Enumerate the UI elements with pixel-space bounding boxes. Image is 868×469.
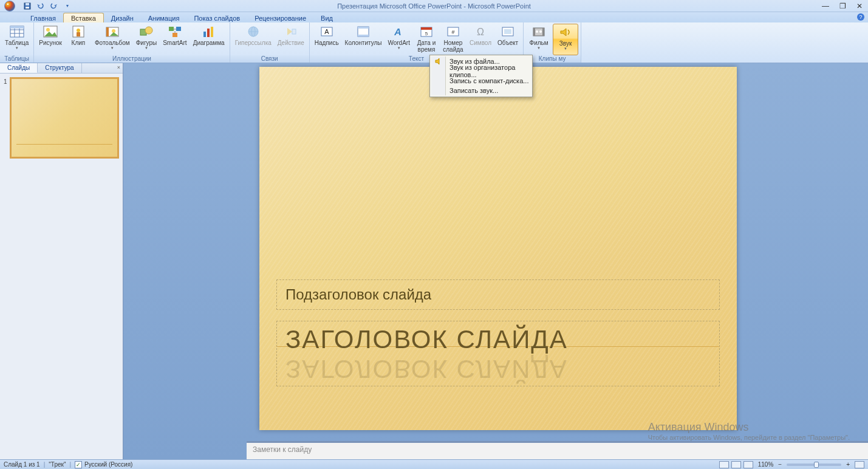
svg-point-18 [145, 27, 152, 34]
button-label: Надпись [315, 39, 339, 46]
zoom-in-button[interactable]: + [846, 461, 850, 468]
symbol-button: ΩСимвол [467, 24, 494, 55]
movie-button[interactable]: Фильм▼ [526, 24, 552, 55]
shapes-button[interactable]: Фигуры▼ [134, 24, 159, 55]
button-label: WordArt [388, 39, 410, 46]
sorter-view-button[interactable] [731, 461, 741, 468]
help-icon[interactable]: ? [857, 13, 864, 21]
tab-animation[interactable]: Анимация [141, 13, 187, 22]
slidenumber-icon: # [445, 25, 461, 38]
group-label: Связи [230, 55, 309, 63]
sound-icon [558, 26, 573, 39]
symbol-icon: Ω [473, 25, 488, 38]
close-button[interactable]: ✕ [851, 0, 868, 12]
subtitle-text: Подзаголовок слайда [285, 286, 431, 303]
object-button[interactable]: Объект [495, 24, 521, 55]
svg-text:5: 5 [425, 31, 428, 36]
svg-rect-45 [542, 28, 544, 36]
qat-dropdown-icon[interactable]: ▼ [63, 2, 72, 10]
picture-icon [43, 25, 58, 38]
button-label: Клип [72, 39, 86, 46]
minimize-button[interactable]: — [817, 0, 834, 12]
tab-slides[interactable]: Слайды [0, 63, 38, 73]
slides-panel: Слайды Структура × 1 [0, 63, 123, 459]
subtitle-placeholder[interactable]: Подзаголовок слайда [276, 279, 720, 310]
fit-to-window-button[interactable] [855, 461, 864, 468]
svg-point-10 [46, 28, 50, 32]
panel-close-icon[interactable]: × [117, 64, 120, 70]
thumbnail-item[interactable]: 1 [4, 77, 119, 159]
normal-view-button[interactable] [719, 461, 729, 468]
button-label: Диаграмма [193, 39, 225, 46]
notes-pane[interactable]: Заметки к слайду [247, 441, 868, 459]
status-language[interactable]: Русский (Россия) [84, 461, 132, 468]
redo-icon[interactable] [50, 2, 58, 10]
headerfooter-button[interactable]: Колонтитулы [343, 24, 384, 55]
spellcheck-icon[interactable]: ✓ [75, 461, 82, 468]
undo-icon[interactable] [36, 2, 45, 10]
group-tables: Таблица ▼ Таблицы [0, 22, 34, 63]
menu-item-record-sound[interactable]: Записать звук... [431, 86, 531, 95]
zoom-value[interactable]: 110% [758, 461, 774, 468]
smartart-button[interactable]: SmartArt [160, 24, 189, 55]
svg-rect-32 [358, 27, 369, 29]
hyperlink-icon [245, 25, 261, 38]
tab-home[interactable]: Главная [23, 13, 63, 22]
office-button[interactable] [1, 0, 18, 12]
title-reflection: ЗАГОЛОВОК СЛАЙДА [285, 354, 568, 383]
zoom-out-button[interactable]: − [778, 461, 782, 468]
action-icon [283, 25, 299, 38]
group-label: Таблицы [0, 55, 33, 63]
separator: | [69, 461, 71, 468]
maximize-button[interactable]: ❐ [834, 0, 851, 12]
tab-slideshow[interactable]: Показ слайдов [186, 13, 247, 22]
tab-view[interactable]: Вид [313, 13, 340, 22]
separator: | [44, 461, 46, 468]
menu-item-sound-from-organizer[interactable]: Звук из организатора клипов... [431, 66, 531, 76]
tab-review[interactable]: Рецензирование [247, 13, 313, 22]
datetime-button[interactable]: 5Дата и время [414, 24, 439, 55]
dropdown-arrow-icon: ▼ [111, 46, 114, 50]
table-button[interactable]: Таблица ▼ [2, 24, 31, 55]
svg-rect-1 [26, 7, 29, 9]
slide-editor[interactable]: Подзаголовок слайда ЗАГОЛОВОК СЛАЙДА ЗАГ… [123, 63, 868, 459]
svg-rect-36 [421, 27, 432, 30]
button-label: Фильм [530, 39, 548, 46]
tab-outline[interactable]: Структура [38, 63, 81, 73]
title-placeholder[interactable]: ЗАГОЛОВОК СЛАЙДА ЗАГОЛОВОК СЛАЙДА [276, 321, 720, 386]
slidenumber-button[interactable]: #Номер слайда [440, 24, 466, 55]
svg-rect-44 [533, 28, 535, 36]
chart-button[interactable]: Диаграмма [191, 24, 227, 55]
photoalbum-button[interactable]: Фотоальбом▼ [92, 24, 132, 55]
svg-rect-15 [106, 27, 109, 36]
button-label: Рисунок [39, 39, 62, 46]
shapes-icon [138, 25, 154, 38]
sound-button[interactable]: Звук▼ [553, 24, 578, 55]
menu-item-record-from-cd[interactable]: Запись с компакт-диска... [431, 76, 531, 86]
svg-rect-22 [203, 32, 206, 37]
slideshow-view-button[interactable] [743, 461, 753, 468]
svg-point-46 [536, 30, 538, 33]
save-icon[interactable] [23, 2, 32, 10]
windows-activation-watermark: Активация Windows Чтобы активировать Win… [648, 421, 850, 441]
textbox-button[interactable]: AНадпись [312, 24, 341, 55]
zoom-slider[interactable] [787, 464, 841, 466]
clip-button[interactable]: Клип [66, 24, 91, 55]
slide-canvas[interactable]: Подзаголовок слайда ЗАГОЛОВОК СЛАЙДА ЗАГ… [259, 67, 737, 430]
zoom-slider-thumb[interactable] [814, 462, 819, 468]
picture-button[interactable]: Рисунок [36, 24, 64, 55]
wordart-button[interactable]: AWordArt▼ [385, 24, 412, 55]
tab-insert[interactable]: Вставка [63, 13, 104, 22]
status-theme: "Трек" [49, 461, 66, 468]
tab-design[interactable]: Дизайн [104, 13, 141, 22]
thumbnail-list[interactable]: 1 [0, 74, 123, 459]
button-label: Дата и время [417, 39, 436, 53]
smartart-icon [167, 25, 183, 38]
dropdown-arrow-icon: ▼ [564, 47, 567, 50]
svg-rect-8 [10, 26, 24, 29]
menu-item-label: Запись с компакт-диска... [449, 77, 528, 84]
svg-rect-24 [211, 27, 213, 37]
menu-item-label: Записать звук... [449, 87, 498, 94]
office-logo-icon [4, 1, 15, 12]
slide-thumbnail[interactable] [10, 77, 119, 159]
